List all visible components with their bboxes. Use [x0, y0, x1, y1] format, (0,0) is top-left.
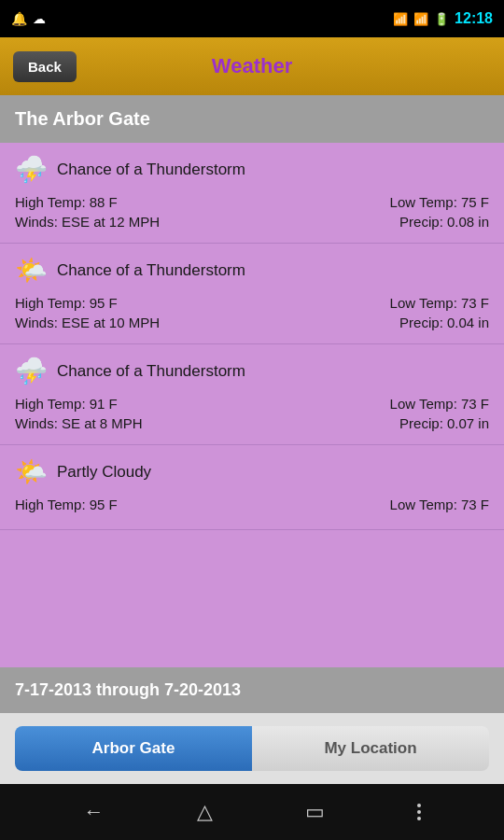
winds-1: Winds: ESE at 12 MPH	[15, 214, 160, 230]
clock: 12:18	[455, 10, 493, 27]
high-temp-1: High Temp: 88 F	[15, 194, 118, 210]
condition-text-4: Partly Cloudy	[57, 463, 151, 482]
condition-row-1: ⛈️ Chance of a Thunderstorm	[15, 154, 489, 185]
home-nav-icon[interactable]: △	[197, 800, 213, 824]
winds-row-1: Winds: ESE at 12 MPH Precip: 0.08 in	[15, 214, 489, 230]
high-temp-4: High Temp: 95 F	[15, 497, 118, 512]
high-temp-2: High Temp: 95 F	[15, 295, 118, 311]
back-nav-icon[interactable]: ←	[84, 800, 105, 824]
back-button[interactable]: Back	[13, 51, 77, 82]
wifi-icon: 📶	[393, 12, 408, 26]
condition-text-3: Chance of a Thunderstorm	[57, 362, 245, 381]
date-range-text: 7-17-2013 through 7-20-2013	[15, 680, 241, 699]
winds-3: Winds: SE at 8 MPH	[15, 415, 143, 431]
my-location-tab[interactable]: My Location	[252, 726, 489, 771]
precip-3: Precip: 0.07 in	[399, 415, 489, 431]
notification-icon: 🔔	[11, 11, 27, 26]
winds-row-2: Winds: ESE at 10 MPH Precip: 0.04 in	[15, 315, 489, 330]
weather-content: ⛈️ Chance of a Thunderstorm High Temp: 8…	[0, 143, 504, 667]
low-temp-3: Low Temp: 73 F	[390, 396, 489, 412]
temp-row-1: High Temp: 88 F Low Temp: 75 F	[15, 194, 489, 210]
page-title: Weather	[212, 54, 292, 78]
condition-row-2: 🌤️ Chance of a Thunderstorm	[15, 255, 489, 286]
bottom-tabs: Arbor Gate My Location	[0, 713, 504, 784]
temp-row-3: High Temp: 91 F Low Temp: 73 F	[15, 396, 489, 412]
weather-icon-4: 🌤️	[15, 456, 48, 487]
precip-1: Precip: 0.08 in	[399, 214, 489, 230]
status-left-icons: 🔔 ☁	[11, 11, 46, 26]
weather-card-4: 🌤️ Partly Cloudy High Temp: 95 F Low Tem…	[0, 445, 504, 530]
condition-text-1: Chance of a Thunderstorm	[57, 161, 245, 179]
weather-card-3: ⛈️ Chance of a Thunderstorm High Temp: 9…	[0, 344, 504, 445]
recents-nav-icon[interactable]: ▭	[305, 800, 325, 824]
condition-row-3: ⛈️ Chance of a Thunderstorm	[15, 356, 489, 386]
temp-row-4: High Temp: 95 F Low Temp: 73 F	[15, 497, 489, 512]
high-temp-3: High Temp: 91 F	[15, 396, 118, 412]
condition-text-2: Chance of a Thunderstorm	[57, 261, 245, 280]
weather-card-1: ⛈️ Chance of a Thunderstorm High Temp: 8…	[0, 143, 504, 244]
winds-2: Winds: ESE at 10 MPH	[15, 315, 160, 330]
date-range: 7-17-2013 through 7-20-2013	[0, 667, 504, 713]
menu-nav-icon[interactable]	[417, 804, 421, 820]
weather-icon-3: ⛈️	[15, 356, 48, 386]
location-name: The Arbor Gate	[15, 108, 150, 129]
android-nav-bar: ← △ ▭	[0, 784, 504, 840]
low-temp-2: Low Temp: 73 F	[390, 295, 489, 311]
location-header: The Arbor Gate	[0, 95, 504, 143]
status-bar: 🔔 ☁ 📶 📶 🔋 12:18	[0, 0, 504, 37]
status-right-icons: 📶 📶 🔋 12:18	[393, 10, 493, 27]
low-temp-4: Low Temp: 73 F	[390, 497, 489, 512]
arbor-gate-tab[interactable]: Arbor Gate	[15, 726, 252, 771]
main-container: Back Weather The Arbor Gate ⛈️ Chance of…	[0, 37, 504, 840]
low-temp-1: Low Temp: 75 F	[390, 194, 489, 210]
condition-row-4: 🌤️ Partly Cloudy	[15, 456, 489, 487]
precip-2: Precip: 0.04 in	[399, 315, 489, 330]
app-header: Back Weather	[0, 37, 504, 95]
temp-row-2: High Temp: 95 F Low Temp: 73 F	[15, 295, 489, 311]
battery-icon: 🔋	[434, 12, 449, 26]
winds-row-3: Winds: SE at 8 MPH Precip: 0.07 in	[15, 415, 489, 431]
weather-card-2: 🌤️ Chance of a Thunderstorm High Temp: 9…	[0, 244, 504, 344]
weather-icon-2: 🌤️	[15, 255, 48, 286]
cloud-icon: ☁	[33, 11, 46, 26]
signal-icon: 📶	[413, 12, 428, 26]
weather-icon-1: ⛈️	[15, 154, 48, 185]
